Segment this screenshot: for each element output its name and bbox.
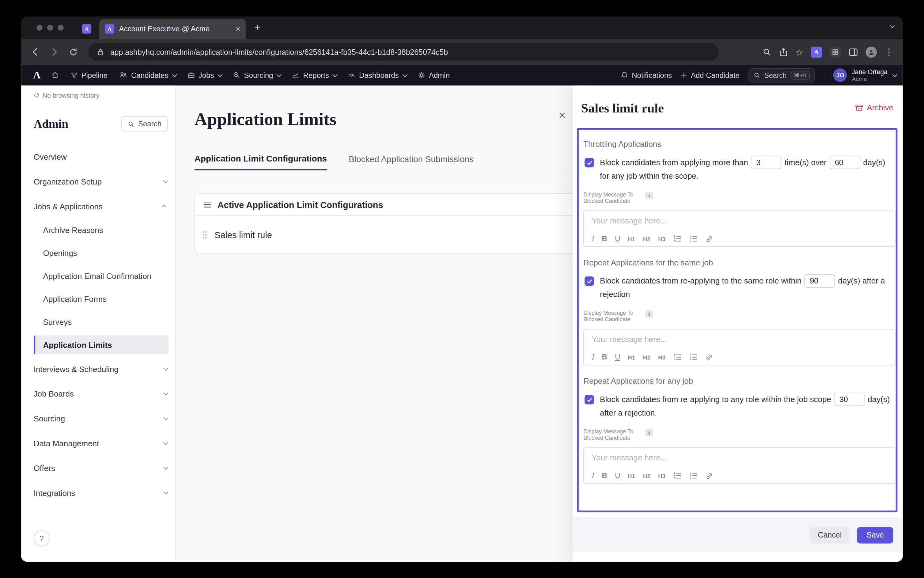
add-candidate-button[interactable]: Add Candidate — [681, 71, 739, 80]
sidebar-item-interviews-scheduling[interactable]: Interviews & Scheduling — [21, 357, 175, 382]
ordered-list-button[interactable] — [673, 235, 682, 242]
link-button[interactable] — [705, 472, 713, 480]
h3-button[interactable]: H3 — [658, 235, 666, 242]
underline-button[interactable]: U — [615, 235, 620, 243]
sidebar-item-application-limits[interactable]: Application Limits — [34, 335, 169, 354]
message-editor-throttling[interactable]: Your message here... I B U H1 H2 H3 — [583, 211, 895, 247]
global-search-button[interactable]: Search ⌘+K — [749, 68, 815, 82]
browsing-history-note: ↺ No browsing history — [34, 91, 100, 100]
archive-button[interactable]: Archive — [855, 103, 893, 112]
any-job-checkbox[interactable] — [585, 395, 594, 404]
throttle-days-input[interactable] — [830, 156, 860, 169]
back-icon[interactable] — [27, 44, 44, 60]
tab-search-chevron-icon[interactable] — [890, 20, 893, 31]
any-job-days-input[interactable] — [834, 393, 865, 406]
h3-button[interactable]: H3 — [658, 354, 666, 360]
ordered-list-button[interactable] — [673, 354, 682, 361]
h2-button[interactable]: H2 — [643, 354, 651, 360]
help-button[interactable]: ? — [34, 531, 50, 546]
link-button[interactable] — [705, 235, 713, 243]
sidebar-item-application-email-confirmation[interactable]: Application Email Confirmation — [21, 265, 175, 288]
forward-icon[interactable] — [46, 44, 63, 60]
h1-button[interactable]: H1 — [628, 235, 635, 242]
browser-profile-avatar[interactable] — [866, 46, 877, 58]
browser-tab[interactable]: A Account Executive @ Acme × — [99, 19, 246, 39]
share-icon[interactable] — [779, 47, 788, 57]
underline-button[interactable]: U — [615, 472, 620, 480]
info-icon[interactable]: i — [645, 429, 653, 436]
bold-button[interactable]: B — [602, 235, 607, 243]
user-menu[interactable]: JO Jane Ortega Acme — [833, 68, 896, 82]
bullet-list-button[interactable] — [689, 235, 698, 242]
sidebar-item-openings[interactable]: Openings — [21, 242, 175, 265]
address-bar[interactable]: app.ashbyhq.com/admin/application-limits… — [89, 43, 719, 61]
bold-button[interactable]: B — [602, 472, 607, 480]
notifications-button[interactable]: Notifications — [621, 71, 672, 80]
nav-reports[interactable]: Reports — [292, 71, 336, 80]
sidebar-item-data-management[interactable]: Data Management — [21, 431, 175, 456]
ashby-logo[interactable]: A — [33, 69, 41, 81]
bookmark-star-icon[interactable]: ☆ — [795, 47, 803, 57]
ordered-list-button[interactable] — [673, 472, 682, 479]
bullet-list-button[interactable] — [689, 354, 698, 361]
bold-button[interactable]: B — [602, 353, 607, 361]
cancel-button[interactable]: Cancel — [810, 527, 850, 543]
sidebar-item-sourcing[interactable]: Sourcing — [21, 406, 175, 431]
nav-pipeline[interactable]: Pipeline — [71, 71, 107, 80]
sidebar-item-integrations[interactable]: Integrations — [21, 481, 175, 505]
sidebar-item-archive-reasons[interactable]: Archive Reasons — [21, 219, 175, 242]
same-job-checkbox[interactable] — [585, 276, 594, 286]
nav-admin[interactable]: Admin — [418, 71, 450, 80]
nav-jobs[interactable]: Jobs — [187, 71, 221, 80]
sidebar-item-organization-setup[interactable]: Organization Setup — [21, 169, 175, 194]
window-controls[interactable] — [36, 25, 63, 31]
nav-dashboards[interactable]: Dashboards — [348, 71, 405, 80]
close-panel-icon[interactable]: × — [555, 108, 569, 122]
h1-button[interactable]: H1 — [628, 354, 635, 360]
message-editor-same-job[interactable]: Your message here... I B U H1 H2 H3 — [583, 329, 895, 365]
tab-blocked-application-submissions[interactable]: Blocked Application Submissions — [349, 148, 473, 170]
message-editor-any-job[interactable]: Your message here... I B U H1 H2 H3 — [583, 447, 895, 484]
browser-menu-icon[interactable]: ⋮ — [885, 47, 893, 57]
nav-sourcing[interactable]: Sourcing — [233, 71, 280, 80]
side-panel-icon[interactable] — [849, 47, 858, 57]
drag-handle-icon[interactable] — [202, 230, 207, 239]
sidebar-search-button[interactable]: Search — [122, 116, 168, 132]
pinned-tab[interactable]: A — [74, 19, 99, 39]
link-button[interactable] — [705, 353, 713, 361]
new-tab-button[interactable]: + — [255, 22, 260, 33]
nav-candidates[interactable]: Candidates — [119, 71, 175, 80]
h3-button[interactable]: H3 — [658, 472, 666, 479]
tab-close-icon[interactable]: × — [236, 25, 240, 33]
info-icon[interactable]: i — [645, 310, 653, 318]
editor-placeholder: Your message here... — [592, 335, 667, 344]
underline-button[interactable]: U — [615, 353, 620, 361]
bullet-list-button[interactable] — [689, 472, 698, 479]
ashby-extension-icon[interactable]: A — [811, 46, 822, 58]
tab-application-limit-configurations[interactable]: Application Limit Configurations — [195, 148, 327, 170]
throttle-times-input[interactable] — [751, 156, 781, 169]
throttling-checkbox[interactable] — [585, 158, 594, 167]
sidebar-item-application-forms[interactable]: Application Forms — [21, 288, 175, 311]
info-icon[interactable]: i — [645, 192, 653, 199]
nav-home[interactable] — [51, 71, 59, 79]
h1-button[interactable]: H1 — [628, 472, 635, 479]
sidebar-item-offers[interactable]: Offers — [21, 456, 175, 481]
sidebar-item-surveys[interactable]: Surveys — [21, 311, 175, 334]
h2-button[interactable]: H2 — [643, 472, 651, 479]
reload-icon[interactable] — [65, 44, 81, 60]
h2-button[interactable]: H2 — [643, 235, 651, 242]
italic-button[interactable]: I — [592, 352, 594, 362]
zoom-icon[interactable] — [762, 47, 771, 57]
sidebar-item-job-boards[interactable]: Job Boards — [21, 381, 175, 406]
maximize-window-button[interactable] — [58, 25, 64, 31]
save-button[interactable]: Save — [857, 527, 893, 543]
close-window-button[interactable] — [36, 25, 42, 31]
italic-button[interactable]: I — [592, 234, 594, 244]
same-job-days-input[interactable] — [804, 274, 835, 287]
extensions-icon[interactable] — [830, 46, 841, 58]
italic-button[interactable]: I — [592, 471, 594, 481]
sidebar-item-jobs-applications[interactable]: Jobs & Applications — [21, 194, 175, 219]
minimize-window-button[interactable] — [47, 25, 53, 31]
sidebar-item-overview[interactable]: Overview — [21, 144, 175, 169]
